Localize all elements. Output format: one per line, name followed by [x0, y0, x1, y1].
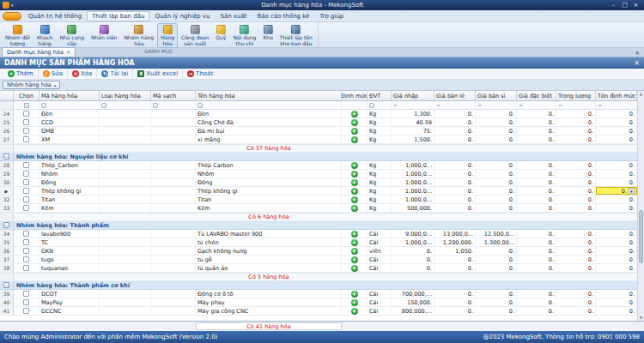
- vertical-scrollbar[interactable]: ▲ ▼: [637, 91, 644, 321]
- column-header-code[interactable]: Mã hàng hóa: [39, 91, 100, 100]
- cell-stock[interactable]: 0.: [596, 110, 637, 117]
- cell-type[interactable]: [100, 204, 151, 212]
- cell-barcode[interactable]: [151, 238, 196, 246]
- cell-barcode[interactable]: [151, 307, 196, 315]
- cell-barcode[interactable]: [151, 170, 196, 178]
- cell-special[interactable]: 0.: [517, 127, 556, 135]
- cell-wholesale[interactable]: 12,500,0...: [476, 230, 517, 238]
- cell-weight[interactable]: 0.: [556, 238, 596, 246]
- cell-stock[interactable]: 0.: [596, 127, 637, 135]
- cell-sel[interactable]: [14, 256, 39, 263]
- cell-stock[interactable]: 0.: [596, 178, 637, 186]
- cell-dinhmuc[interactable]: +: [342, 230, 368, 238]
- cell-type[interactable]: [100, 170, 151, 178]
- exit-button[interactable]: →Thoát: [182, 69, 217, 79]
- cell-type[interactable]: [100, 135, 151, 143]
- cell-weight[interactable]: 0.: [556, 187, 596, 195]
- cell-barcode[interactable]: [151, 127, 196, 135]
- cell-type[interactable]: [100, 298, 151, 306]
- cell-name[interactable]: xi măng: [196, 135, 342, 143]
- cell-buy[interactable]: 40.59: [392, 118, 434, 126]
- cell-name[interactable]: Đá mi bụi: [196, 127, 342, 135]
- cell-code[interactable]: CCD: [39, 118, 100, 126]
- filter-cell-weight[interactable]: =: [556, 101, 596, 109]
- cell-unit[interactable]: Kg: [368, 161, 392, 169]
- cell-sel[interactable]: [14, 307, 39, 315]
- cell-retail[interactable]: 0.: [434, 187, 476, 195]
- row-checkbox[interactable]: [23, 308, 29, 314]
- cell-weight[interactable]: 0.: [556, 178, 596, 186]
- group-row[interactable]: −Nhóm hàng hóa: Thành phẩm: [0, 221, 637, 230]
- norm-add-button[interactable]: +: [351, 128, 358, 135]
- norm-add-button[interactable]: +: [351, 248, 358, 255]
- cell-name[interactable]: tủ quần áo: [196, 264, 342, 272]
- cell-dinhmuc[interactable]: +: [342, 247, 368, 255]
- cell-barcode[interactable]: [151, 264, 196, 272]
- cell-barcode[interactable]: [151, 298, 196, 306]
- cell-barcode[interactable]: [151, 178, 196, 186]
- row-checkbox[interactable]: [23, 162, 29, 168]
- cell-sel[interactable]: [14, 196, 39, 203]
- filter-cell-retail[interactable]: =: [434, 101, 476, 109]
- cell-unit[interactable]: Kg: [368, 135, 392, 143]
- cell-buy[interactable]: 1,500.: [392, 135, 434, 143]
- cell-dinhmuc[interactable]: +: [342, 161, 368, 169]
- tabstrip-close-icon[interactable]: ×: [632, 50, 642, 57]
- table-row[interactable]: ▶Thép không gỉThép không gỉ+Kg1,000,0...…: [0, 187, 637, 196]
- cell-sel[interactable]: [14, 298, 39, 306]
- column-header-barcode[interactable]: Mã vạch: [151, 91, 196, 100]
- ribbon-button[interactable]: Nhân viên: [88, 23, 120, 43]
- cell-dinhmuc[interactable]: +: [342, 256, 368, 263]
- cell-dinhmuc[interactable]: +: [342, 264, 368, 272]
- cell-sel[interactable]: [14, 230, 39, 238]
- cell-sel[interactable]: [14, 290, 39, 298]
- table-row[interactable]: 36GKNGạch không nung+viên0.1,050.0.0.0.0…: [0, 247, 637, 256]
- cell-dinhmuc[interactable]: +: [342, 170, 368, 178]
- table-row[interactable]: 25CCDCông Chở đá+Kg40.590.0.0.0.0.: [0, 118, 637, 127]
- row-checkbox[interactable]: [23, 248, 29, 254]
- row-checkbox[interactable]: [23, 179, 29, 185]
- cell-barcode[interactable]: [151, 230, 196, 238]
- cell-dinhmuc[interactable]: +: [342, 110, 368, 117]
- cell-name[interactable]: Công Chở đá: [196, 118, 342, 126]
- cell-dinhmuc[interactable]: +: [342, 298, 368, 306]
- cell-buy[interactable]: 150,000.: [392, 298, 434, 306]
- cell-special[interactable]: 0.: [517, 230, 556, 238]
- cell-code[interactable]: Đồng: [39, 178, 100, 186]
- cell-code[interactable]: Nhôm: [39, 170, 100, 178]
- filter-cell-buy[interactable]: =: [392, 101, 434, 109]
- row-checkbox[interactable]: [23, 299, 29, 305]
- delete-button[interactable]: ×Xóa: [67, 69, 96, 79]
- cell-special[interactable]: 0.: [517, 238, 556, 246]
- cell-code[interactable]: GKN: [39, 247, 100, 255]
- scrollbar-thumb[interactable]: [639, 210, 643, 263]
- collapse-button[interactable]: −: [3, 153, 9, 159]
- scroll-up-icon[interactable]: ▲: [638, 91, 644, 97]
- column-header-weight[interactable]: Trọng lượng: [556, 91, 596, 100]
- cell-type[interactable]: [100, 238, 151, 246]
- cell-code[interactable]: GCCNC: [39, 307, 100, 315]
- row-checkbox[interactable]: [23, 291, 29, 297]
- excel-button[interactable]: XXuất excel: [132, 69, 182, 79]
- row-checkbox[interactable]: [23, 196, 29, 202]
- cell-buy[interactable]: 1,300.: [392, 110, 434, 117]
- cell-weight[interactable]: 0.: [556, 298, 596, 306]
- cell-weight[interactable]: 0.: [556, 290, 596, 298]
- cell-special[interactable]: 0.: [517, 135, 556, 143]
- cell-sel[interactable]: [14, 170, 39, 178]
- ribbon-button[interactable]: Nhóm hàng hóa: [120, 23, 157, 48]
- cell-weight[interactable]: 0.: [556, 135, 596, 143]
- scroll-down-icon[interactable]: ▼: [638, 315, 644, 321]
- cell-buy[interactable]: 1,000,0...: [392, 238, 434, 246]
- group-row[interactable]: −Nhóm hàng hóa: Nguyên liệu cơ khí: [0, 153, 637, 161]
- column-header-buy[interactable]: Giá nhập: [392, 91, 434, 100]
- cell-special[interactable]: 0.: [517, 307, 556, 315]
- cell-sel[interactable]: [14, 264, 39, 272]
- table-row[interactable]: 28Thép_CarbonThép Carbon+Kg1,000,0...0.0…: [0, 161, 637, 170]
- cell-sel[interactable]: [14, 161, 39, 169]
- cell-name[interactable]: Máy phay: [196, 298, 342, 306]
- column-header-dinhmuc[interactable]: Định mức: [342, 91, 368, 100]
- norm-add-button[interactable]: +: [351, 291, 358, 298]
- cell-stock[interactable]: 0.: [596, 247, 637, 255]
- norm-add-button[interactable]: +: [351, 162, 358, 169]
